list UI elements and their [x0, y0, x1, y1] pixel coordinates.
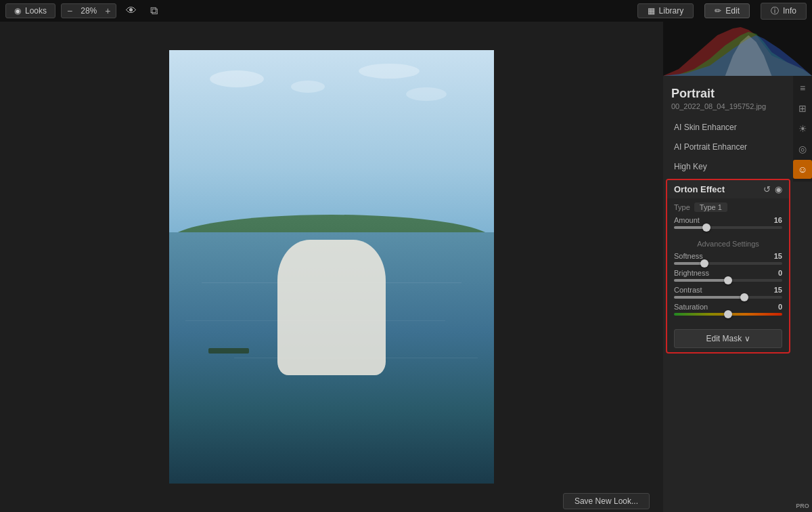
type-row: Type Type 1	[674, 202, 782, 212]
amount-slider[interactable]	[674, 226, 782, 229]
edit-button[interactable]: ✏ Edit	[704, 3, 750, 18]
color-tool-button[interactable]: ◎	[793, 140, 812, 158]
zoom-in-button[interactable]: +	[104, 5, 112, 16]
saturation-thumb[interactable]	[724, 310, 732, 318]
cloud	[359, 64, 420, 79]
zoom-controls: − 28% +	[61, 3, 116, 18]
amount-value: 16	[774, 216, 782, 224]
photo-container	[169, 50, 494, 484]
titlebar: ◉ Looks − 28% + 👁 ⧉ ▦ Library ✏ Edit ⓘ I…	[0, 0, 812, 22]
histogram	[663, 22, 812, 76]
amount-fill	[674, 226, 706, 229]
right-panel: ≡ ⊞ ☀ ◎ ☺ Portrait 00_2022_08_04_195752.…	[663, 22, 812, 512]
sun-tool-button[interactable]: ☀	[793, 119, 812, 138]
titlebar-left: ◉ Looks − 28% + 👁 ⧉	[5, 3, 162, 18]
info-label: Info	[783, 6, 796, 16]
looks-button[interactable]: ◉ Looks	[5, 3, 55, 18]
softness-slider-row: Softness 15	[674, 252, 782, 265]
orton-effect-section: Orton Effect ↺ ◉ Type Type 1	[666, 179, 790, 354]
info-button[interactable]: ⓘ Info	[761, 3, 807, 20]
brightness-slider[interactable]	[674, 279, 782, 282]
portrait-title: Portrait	[663, 81, 793, 102]
orton-toggle-button[interactable]: ◉	[775, 184, 782, 194]
library-button[interactable]: ▦ Library	[637, 3, 694, 18]
histogram-chart	[663, 22, 812, 76]
split-view-button[interactable]: ⧉	[146, 3, 162, 18]
cloud	[291, 81, 325, 93]
layers-tool-button[interactable]: ≡	[793, 79, 812, 98]
contrast-header: Contrast 15	[674, 286, 782, 294]
sliders-tool-button[interactable]: ⊞	[793, 99, 812, 118]
looks-icon: ◉	[14, 6, 21, 16]
amount-label: Amount	[674, 216, 700, 224]
orton-actions: ↺ ◉	[763, 184, 782, 194]
saturation-slider[interactable]	[674, 313, 782, 316]
orton-body: Type Type 1 Amount 16	[667, 198, 789, 236]
type-value[interactable]: Type 1	[694, 202, 727, 212]
library-label: Library	[659, 6, 684, 16]
edit-label: Edit	[725, 6, 740, 16]
canvas-area: Save New Look...	[0, 22, 663, 512]
save-look-button[interactable]: Save New Look...	[563, 493, 650, 509]
zoom-value: 28%	[76, 6, 101, 16]
panel-content: Portrait 00_2022_08_04_195752.jpg AI Ski…	[663, 76, 793, 512]
pier	[208, 348, 249, 354]
ai-portrait-enhancer-item[interactable]: AI Portrait Enhancer	[666, 137, 790, 156]
amount-thumb[interactable]	[702, 223, 710, 232]
brightness-thumb[interactable]	[724, 276, 732, 284]
amount-slider-header: Amount 16	[674, 216, 782, 224]
cloud	[210, 70, 264, 87]
edit-icon: ✏	[715, 6, 721, 16]
contrast-label: Contrast	[674, 286, 702, 294]
face-tool-button[interactable]: ☺	[793, 160, 812, 179]
contrast-fill	[674, 296, 744, 299]
info-icon: ⓘ	[771, 5, 779, 17]
right-tools: ≡ ⊞ ☀ ◎ ☺	[793, 76, 812, 182]
bottom-bar: Save New Look...	[0, 490, 663, 512]
saturation-value: 0	[778, 303, 782, 311]
library-icon: ▦	[648, 6, 655, 16]
cloud	[406, 87, 447, 101]
saturation-label: Saturation	[674, 303, 708, 311]
looks-label: Looks	[25, 6, 47, 16]
contrast-value: 15	[774, 286, 782, 294]
advanced-body: Softness 15 Brightness 0	[667, 251, 789, 325]
softness-label: Softness	[674, 252, 703, 260]
filename: 00_2022_08_04_195752.jpg	[663, 102, 793, 117]
orton-title: Orton Effect	[674, 184, 725, 194]
contrast-thumb[interactable]	[740, 293, 748, 301]
contrast-slider-row: Contrast 15	[674, 286, 782, 299]
softness-header: Softness 15	[674, 252, 782, 260]
eye-button[interactable]: 👁	[122, 3, 141, 18]
contrast-slider[interactable]	[674, 296, 782, 299]
brightness-value: 0	[778, 269, 782, 277]
brightness-slider-row: Brightness 0	[674, 269, 782, 282]
titlebar-right: ▦ Library ✏ Edit ⓘ Info	[637, 3, 807, 20]
main-area: Save New Look... ≡ ⊞ ☀ ◎	[0, 22, 812, 512]
orton-reset-button[interactable]: ↺	[763, 184, 771, 194]
softness-value: 15	[774, 252, 782, 260]
brightness-fill	[674, 279, 728, 282]
softness-thumb[interactable]	[700, 259, 708, 268]
brightness-label: Brightness	[674, 269, 709, 277]
zoom-out-button[interactable]: −	[66, 5, 74, 16]
advanced-settings-label: Advanced Settings	[667, 236, 789, 251]
saturation-slider-row: Saturation 0	[674, 303, 782, 316]
amount-slider-row: Amount 16	[674, 216, 782, 229]
edit-mask-button[interactable]: Edit Mask ∨	[674, 329, 782, 348]
photo	[169, 50, 494, 484]
figures	[277, 240, 386, 375]
ai-skin-enhancer-item[interactable]: AI Skin Enhancer	[666, 118, 790, 137]
softness-slider[interactable]	[674, 262, 782, 265]
pro-badge: PRO	[793, 503, 812, 509]
orton-header: Orton Effect ↺ ◉	[667, 180, 789, 198]
type-label: Type	[674, 203, 690, 211]
high-key-item[interactable]: High Key	[666, 157, 790, 176]
